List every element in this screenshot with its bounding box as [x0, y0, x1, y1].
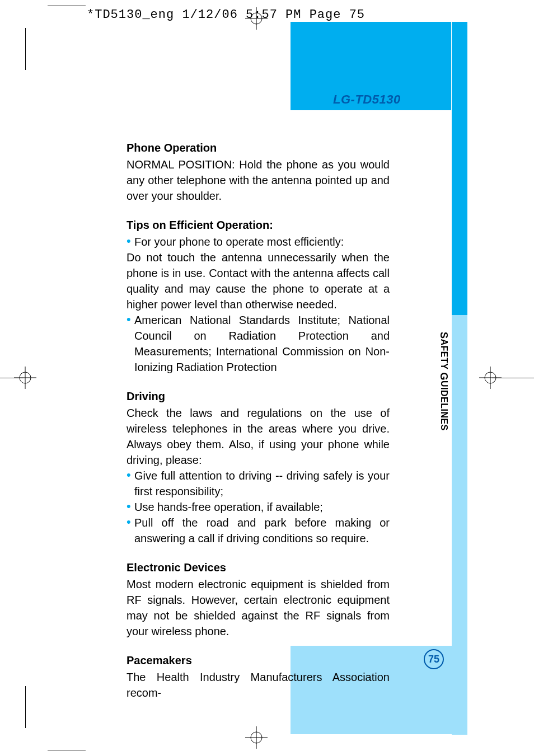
paragraph: Most modern electronic equipment is shie…	[127, 576, 390, 639]
body-content: Phone Operation NORMAL POSITION: Hold th…	[127, 140, 390, 701]
bullet-item: For your phone to operate most efficient…	[127, 234, 390, 250]
bullet-item: Give full attention to driving -- drivin…	[127, 468, 390, 499]
crop-mark	[25, 686, 26, 728]
registration-mark-icon	[479, 367, 502, 389]
heading-tips: Tips on Efficient Operation:	[127, 217, 390, 233]
paragraph: Check the laws and regulations on the us…	[127, 405, 390, 468]
heading-pacemakers: Pacemakers	[127, 652, 390, 668]
model-label: LG-TD5130	[333, 92, 401, 107]
bullet-item: Pull off the road and park before making…	[127, 515, 390, 546]
heading-driving: Driving	[127, 388, 390, 404]
registration-mark-icon	[245, 726, 268, 749]
crop-mark	[25, 28, 26, 70]
page-number: 75	[428, 654, 439, 665]
heading-phone-operation: Phone Operation	[127, 140, 390, 156]
registration-mark-icon	[14, 367, 36, 389]
heading-electronic-devices: Electronic Devices	[127, 560, 390, 575]
section-label: SAFETY GUIDELINES	[438, 332, 449, 431]
paragraph: The Health Industry Manufacturers Associ…	[127, 669, 390, 701]
paragraph: Do not touch the antenna unnecessarily w…	[127, 250, 390, 312]
bullet-item: Use hands-free operation, if available;	[127, 499, 390, 515]
crop-mark	[48, 6, 86, 6]
print-slug: *TD5130_eng 1/12/06 5:57 PM Page 75	[87, 8, 365, 22]
bullet-item: American National Standards Institute; N…	[127, 312, 390, 375]
side-tab-upper	[452, 22, 467, 315]
page-number-badge: 75	[424, 649, 444, 669]
crop-mark	[48, 750, 86, 750]
paragraph: NORMAL POSITION: Hold the phone as you w…	[127, 157, 390, 204]
